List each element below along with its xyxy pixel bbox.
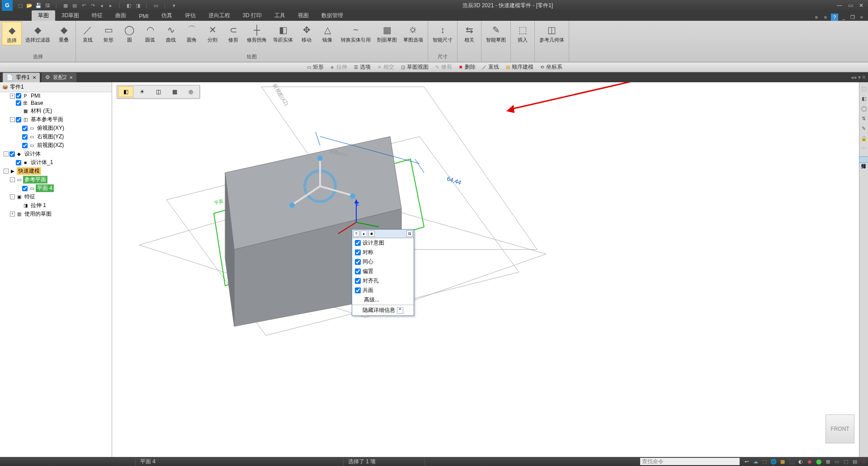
popup-option-checkbox[interactable] <box>355 278 361 284</box>
popup-option-checkbox[interactable] <box>355 240 361 246</box>
ribbon-button[interactable]: ✕分割 <box>203 22 222 44</box>
doctab-prev-icon[interactable]: ◂ <box>851 74 854 80</box>
doctab-close-icon[interactable]: ✕ <box>862 74 866 80</box>
doctab-menu-icon[interactable]: ▾ <box>858 74 861 80</box>
qat-grid-icon[interactable]: ▤ <box>71 1 79 9</box>
tree-item[interactable]: -▭参考平面 <box>0 175 112 184</box>
minimize-button[interactable]: — <box>835 2 844 9</box>
ribbon-tab[interactable]: 3D草图 <box>55 10 85 21</box>
qat-obj2-icon[interactable]: ◨ <box>134 1 142 9</box>
tree-item[interactable]: ▭俯视图(XY) <box>0 124 112 132</box>
status-icon[interactable]: ↩ <box>742 458 750 465</box>
popup-option-row[interactable]: 同心 <box>352 257 414 267</box>
document-tab[interactable]: 📄零件1✕ <box>3 73 40 82</box>
qat-redo-icon[interactable]: ↷ <box>89 1 97 9</box>
status-icon[interactable]: 🌐 <box>769 458 778 465</box>
popup-option-row[interactable]: 高级... <box>352 295 414 305</box>
qat-saveall-icon[interactable]: 🖫 <box>43 1 52 9</box>
ribbon-button[interactable]: ◯圆 <box>119 22 139 44</box>
tree-item[interactable]: -◫基本参考平面 <box>0 115 112 124</box>
ribbon-button[interactable]: ◠圆弧 <box>140 22 160 44</box>
ribbon-button[interactable]: ⊂修剪 <box>223 22 243 44</box>
qat-open-icon[interactable]: 📂 <box>25 1 33 9</box>
ribbon-button[interactable]: ◫参考几何体 <box>537 22 567 44</box>
qat-prev-icon[interactable]: ◂ <box>98 1 106 9</box>
ribbon-button[interactable]: ∿曲线 <box>161 22 181 44</box>
help-icon[interactable]: ? <box>831 14 838 21</box>
tree-expand-icon[interactable]: - <box>4 151 9 156</box>
maximize-button[interactable]: ▭ <box>846 2 854 9</box>
tree-expand-icon[interactable]: + <box>10 94 15 99</box>
popup-option-row[interactable]: 设计意图 <box>352 238 414 248</box>
tree-visibility-checkbox[interactable] <box>16 117 21 122</box>
status-icon[interactable]: ☁ <box>751 458 760 465</box>
right-rail-icon[interactable]: 🔒 <box>860 135 868 142</box>
popup-hide-details-button[interactable]: 隐藏详细信息 ⌃ <box>352 305 414 315</box>
tree-item[interactable]: ▭前视图(XZ) <box>0 141 112 150</box>
right-rail-icon[interactable]: ✎ <box>860 125 868 132</box>
doc-tab-close-icon[interactable]: ✕ <box>33 75 36 80</box>
popup-option-checkbox[interactable] <box>355 287 361 293</box>
ribbon-tab[interactable]: 3D 打印 <box>236 10 269 21</box>
right-rail-icon[interactable]: ◧ <box>860 95 868 102</box>
ribbon-button[interactable]: ◧等距实体 <box>270 22 296 44</box>
tree-expand-icon[interactable]: - <box>10 117 15 122</box>
status-icon[interactable]: ◐ <box>797 458 805 465</box>
ribbon-button[interactable]: ┼修剪拐角 <box>244 22 269 44</box>
tree-item[interactable]: ▦材料 (无) <box>0 107 112 115</box>
tree-item[interactable]: ■设计体_1 <box>0 158 112 167</box>
tree-visibility-checkbox[interactable] <box>9 151 15 157</box>
qat-save-icon[interactable]: 💾 <box>34 1 42 9</box>
close-button[interactable]: ✕ <box>857 2 865 9</box>
tree-visibility-checkbox[interactable] <box>22 143 28 148</box>
feature-library-tab[interactable]: 特征库 <box>859 156 868 163</box>
ribbon-tab[interactable]: 评估 <box>179 10 202 21</box>
popup-head-icon[interactable]: ▸ <box>361 231 367 237</box>
context-item[interactable]: ／直线 <box>479 63 501 71</box>
qat-cursor-icon[interactable]: ▭ <box>152 1 160 9</box>
tree-item[interactable]: +▥使用的草图 <box>0 210 112 218</box>
ribbon-button[interactable]: ↕智能尺寸 <box>430 22 455 44</box>
ribbon-button[interactable]: ⬚插入 <box>513 22 533 44</box>
popup-option-row[interactable]: 共面 <box>352 286 414 295</box>
ribbon-tab[interactable]: 特征 <box>85 10 109 21</box>
viewport-3d[interactable]: ◧ ☀ ◫ ▦ ◎ <box>112 82 868 457</box>
tree-visibility-checkbox[interactable] <box>16 160 21 165</box>
ribbon-tab[interactable]: 工具 <box>268 10 292 21</box>
ribbon-tab[interactable]: PMI <box>132 12 155 21</box>
tree-visibility-checkbox[interactable] <box>16 93 21 99</box>
ribbon-tab[interactable]: 数据管理 <box>315 10 349 21</box>
qat-tbl-icon[interactable]: ▦ <box>61 1 70 9</box>
mdi-minimize-icon[interactable]: _ <box>840 14 847 21</box>
status-icon[interactable]: ▤ <box>851 458 859 465</box>
tree-expand-icon[interactable]: - <box>10 194 15 199</box>
context-item[interactable]: ▤顺序建模 <box>503 63 535 71</box>
command-search-input[interactable]: 查找命令 <box>640 458 740 465</box>
popup-option-checkbox[interactable] <box>355 268 361 274</box>
doctab-next-icon[interactable]: ▸ <box>854 74 857 80</box>
ribbon-tab[interactable]: 逆向工程 <box>202 10 236 21</box>
status-icon[interactable]: ⬚ <box>842 458 850 465</box>
ribbon-tab[interactable]: 曲面 <box>109 10 132 21</box>
ribbon-button[interactable]: ▦剖面草图 <box>374 22 400 44</box>
tree-item[interactable]: +PPMI <box>0 92 112 99</box>
mdi-close-icon[interactable]: × <box>858 14 865 21</box>
popup-head-icon[interactable]: ■ <box>368 231 375 237</box>
tree-visibility-checkbox[interactable] <box>22 186 28 191</box>
popup-option-row[interactable]: 对称 <box>352 248 414 257</box>
tree-expand-icon[interactable]: - <box>4 169 9 174</box>
status-icon[interactable]: ⬤ <box>815 458 823 465</box>
status-icon[interactable]: ◉ <box>806 458 814 465</box>
doc-tab-close-icon[interactable]: ✕ <box>69 75 73 80</box>
tree-item[interactable]: 坐Base <box>0 99 112 107</box>
ribbon-opt1-icon[interactable]: ≡ <box>813 14 820 21</box>
ribbon-button[interactable]: ✎智能草图 <box>483 22 509 44</box>
popup-option-row[interactable]: 偏置 <box>352 267 414 276</box>
status-icon[interactable]: ⬚ <box>760 458 769 465</box>
popup-option-checkbox[interactable] <box>355 259 361 265</box>
document-tab[interactable]: ⚙装配2✕ <box>42 73 77 82</box>
status-icon[interactable]: ▭ <box>833 458 841 465</box>
right-rail-icon[interactable]: ⇅ <box>860 115 868 122</box>
context-item[interactable]: ⟲坐标系 <box>537 63 564 71</box>
tree-item[interactable]: ◨拉伸 1 <box>0 201 112 210</box>
